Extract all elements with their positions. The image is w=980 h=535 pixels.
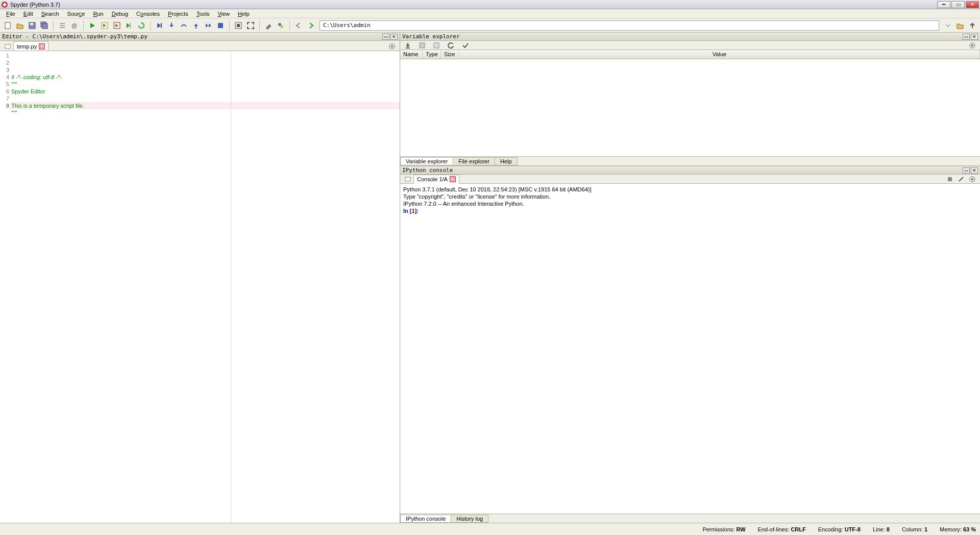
back-icon[interactable] <box>293 20 304 31</box>
tab-close-icon[interactable]: ✕ <box>39 43 45 50</box>
editor-undock-icon[interactable]: ▭ <box>382 34 389 40</box>
save-all-icon[interactable] <box>39 20 50 31</box>
menu-debug[interactable]: Debug <box>108 10 132 18</box>
menu-view[interactable]: View <box>213 10 234 18</box>
run-selection-icon[interactable] <box>124 20 135 31</box>
status-bar: Permissions: RW End-of-lines: CRLF Encod… <box>0 523 980 535</box>
main-toolbar: @ C:\Users\admin <box>0 18 980 33</box>
new-file-icon[interactable] <box>2 20 13 31</box>
tab-ipython-console[interactable]: IPython console <box>400 515 451 523</box>
menu-edit[interactable]: Edit <box>19 10 37 18</box>
close-button[interactable]: ✕ <box>966 1 979 8</box>
editor-pane: Editor - C:\Users\admin\.spyder-py3\temp… <box>0 33 400 523</box>
status-permissions: Permissions: RW <box>702 526 745 532</box>
col-value[interactable]: Value <box>459 50 980 59</box>
menu-search[interactable]: Search <box>37 10 63 18</box>
stop-kernel-icon[interactable] <box>944 174 955 185</box>
console-output[interactable]: Python 3.7.1 (default, Dec 10 2018, 22:5… <box>400 184 980 514</box>
col-name[interactable]: Name <box>400 50 423 59</box>
dropdown-icon[interactable] <box>942 20 953 31</box>
svg-rect-5 <box>42 23 47 29</box>
variable-explorer-pane: Variable explorer ▭ ✕ Name Type Size Val… <box>400 33 980 166</box>
tab-temp-py[interactable]: temp.py ✕ <box>13 41 48 51</box>
ipy-close-icon[interactable]: ✕ <box>971 167 978 174</box>
svg-point-20 <box>391 45 393 47</box>
svg-text:@: @ <box>71 22 77 29</box>
svg-rect-27 <box>948 177 952 181</box>
ipy-undock-icon[interactable]: ▭ <box>963 167 970 174</box>
col-type[interactable]: Type <box>423 50 441 59</box>
svg-point-25 <box>971 44 973 46</box>
svg-rect-26 <box>405 177 410 181</box>
open-file-icon[interactable] <box>14 20 26 31</box>
editor-close-icon[interactable]: ✕ <box>390 34 398 40</box>
svg-rect-1 <box>5 22 10 29</box>
console-tab-close-icon[interactable]: ✕ <box>450 176 456 182</box>
file-browse-icon[interactable] <box>2 42 13 51</box>
menu-projects[interactable]: Projects <box>164 10 192 18</box>
save-icon[interactable] <box>27 20 38 31</box>
status-line: Line: 8 <box>873 526 890 532</box>
working-dir-input[interactable]: C:\Users\admin <box>320 20 939 31</box>
run-cell-icon[interactable] <box>99 20 110 31</box>
console-options-icon[interactable] <box>967 174 978 185</box>
status-memory: Memory: 63 % <box>940 526 976 532</box>
menu-run[interactable]: Run <box>89 10 107 18</box>
maximize-button[interactable]: ▭ <box>951 1 965 8</box>
svg-rect-23 <box>434 43 439 48</box>
svg-rect-18 <box>5 44 10 48</box>
parent-dir-icon[interactable] <box>967 20 978 31</box>
tab-file-explorer[interactable]: File explorer <box>453 157 495 165</box>
editor-options-icon[interactable] <box>386 42 398 51</box>
clear-vars-icon[interactable] <box>459 40 471 51</box>
browse-dir-icon[interactable] <box>954 20 966 31</box>
rerun-icon[interactable] <box>136 20 147 31</box>
stop-debug-icon[interactable] <box>215 20 226 31</box>
menu-consoles[interactable]: Consoles <box>132 10 164 18</box>
menu-tools[interactable]: Tools <box>192 10 214 18</box>
pythonpath-icon[interactable] <box>275 20 286 31</box>
clear-console-icon[interactable] <box>955 174 967 185</box>
variable-table[interactable]: Name Type Size Value <box>400 50 980 156</box>
minimize-button[interactable]: ━ <box>937 1 950 8</box>
menu-help[interactable]: Help <box>234 10 254 18</box>
forward-icon[interactable] <box>305 20 316 31</box>
debug-icon[interactable] <box>154 20 165 31</box>
run-cell-advance-icon[interactable] <box>111 20 122 31</box>
tab-history-log[interactable]: History log <box>451 515 488 523</box>
menu-file[interactable]: File <box>2 10 19 18</box>
preferences-icon[interactable] <box>263 20 274 31</box>
svg-point-29 <box>971 178 973 180</box>
varexp-close-icon[interactable]: ✕ <box>971 34 978 40</box>
col-size[interactable]: Size <box>441 50 459 59</box>
ipy-title: IPython console <box>402 167 962 174</box>
maximize-pane-icon[interactable] <box>233 20 244 31</box>
varexp-undock-icon[interactable]: ▭ <box>963 34 970 40</box>
run-icon[interactable] <box>87 20 98 31</box>
window-title: Spyder (Python 3.7) <box>10 2 60 8</box>
varexp-options-icon[interactable] <box>967 40 978 51</box>
refresh-icon[interactable] <box>445 40 456 51</box>
code-editor[interactable]: 12345678 # -*- coding: utf-8 -*-"""Spyde… <box>0 51 400 523</box>
at-icon[interactable]: @ <box>69 20 80 31</box>
step-over-icon[interactable] <box>178 20 189 31</box>
step-out-icon[interactable] <box>190 20 202 31</box>
fullscreen-icon[interactable] <box>245 20 256 31</box>
menu-source[interactable]: Source <box>63 10 89 18</box>
status-column: Column: 1 <box>902 526 927 532</box>
save-data-icon[interactable] <box>416 40 428 51</box>
tab-variable-explorer[interactable]: Variable explorer <box>400 157 453 165</box>
save-data-as-icon[interactable] <box>431 40 442 51</box>
step-into-icon[interactable] <box>166 20 177 31</box>
console-tab-label: Console 1/A <box>417 176 448 182</box>
ipython-console-pane: IPython console ▭ ✕ Console 1/A ✕ Python… <box>400 166 980 523</box>
outline-icon[interactable] <box>57 20 68 31</box>
tab-console-1a[interactable]: Console 1/A ✕ <box>413 175 459 184</box>
status-eol: End-of-lines: CRLF <box>758 526 806 532</box>
tab-help[interactable]: Help <box>495 157 518 165</box>
import-data-icon[interactable] <box>402 40 413 51</box>
continue-icon[interactable] <box>203 20 214 31</box>
menu-bar: File Edit Search Source Run Debug Consol… <box>0 9 980 18</box>
console-browse-icon[interactable] <box>402 174 413 185</box>
svg-rect-14 <box>218 23 223 28</box>
